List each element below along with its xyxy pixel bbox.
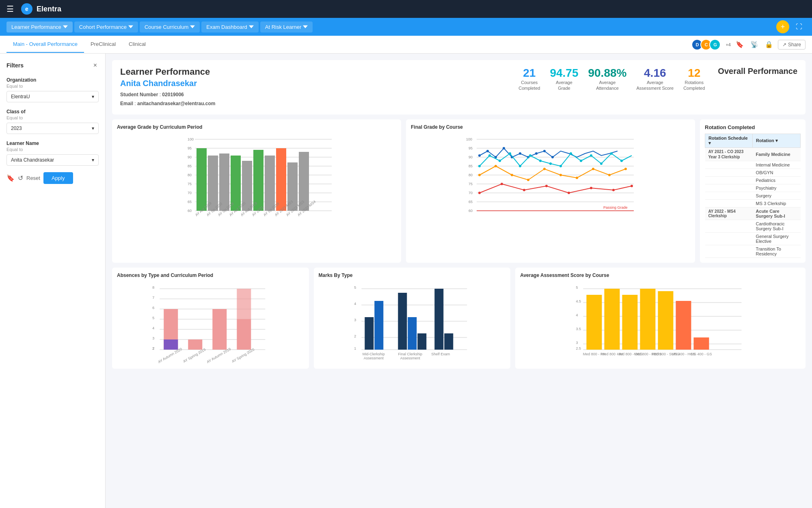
nav-exam-dashboard[interactable]: Exam Dashboard [201, 22, 258, 32]
apply-button[interactable]: Apply [43, 172, 73, 184]
svg-text:90: 90 [188, 155, 192, 159]
svg-point-76 [539, 160, 542, 162]
learner-info: Learner Performance Anita Chandrasekar S… [120, 67, 489, 108]
rotation-col2-header: Rotation ▾ [753, 134, 801, 148]
svg-rect-143 [434, 289, 443, 350]
list-item: MS 3 Clerkship [705, 200, 801, 208]
class-select[interactable]: 2023 ▾ [6, 123, 99, 134]
svg-text:6: 6 [152, 306, 154, 310]
svg-point-81 [590, 154, 592, 157]
tab-main-overall[interactable]: Main - Overall Performance [6, 36, 84, 53]
lock-icon[interactable]: 🔒 [763, 39, 775, 50]
nav-at-risk-label: At Risk Learner [265, 24, 302, 30]
feed-icon[interactable]: 📡 [749, 39, 760, 50]
svg-text:4: 4 [354, 302, 356, 306]
avg-grade-chart: 100 95 90 85 80 75 70 65 60 [117, 133, 396, 223]
nav-learner-performance-label: Learner Performance [11, 24, 61, 30]
close-filters-button[interactable]: × [92, 60, 99, 71]
nav-cohort-performance[interactable]: Cohort Performance [74, 22, 138, 32]
chevron-down-icon-3 [190, 24, 195, 29]
stats-row: 21 CoursesCompleted 94.75 AverageGrade 9… [518, 67, 705, 91]
svg-text:Assessment: Assessment [400, 356, 420, 360]
tabs-bar: Main - Overall Performance PreClinical C… [0, 36, 812, 54]
svg-point-99 [568, 192, 570, 194]
sidebar: Filters × Organization Equal to ElentraU… [0, 54, 106, 508]
learner-performance-title: Learner Performance [120, 67, 489, 77]
expand-button[interactable]: ⛶ [793, 20, 806, 33]
assessment-score-title: Average Assessment Score by Course [520, 272, 801, 278]
learner-meta: Student Number : 02019006 Email : anitac… [120, 91, 489, 108]
main-layout: Filters × Organization Equal to ElentraU… [0, 54, 812, 508]
rotations-value: 12 [683, 67, 705, 80]
nav-course-curriculum[interactable]: Course Curriculum [140, 22, 200, 32]
svg-text:100: 100 [188, 137, 194, 141]
avg-grade-chart-title: Average Grade by Curriculum Period [117, 124, 396, 130]
svg-text:Passing Grade: Passing Grade [603, 205, 628, 210]
svg-point-63 [503, 147, 505, 149]
svg-text:2.5: 2.5 [576, 346, 581, 350]
svg-text:5: 5 [354, 285, 356, 290]
svg-point-89 [543, 168, 546, 170]
rotation-title: Rotation Completed [705, 124, 801, 130]
learner-name-sublabel: Equal to [6, 147, 99, 152]
svg-point-90 [559, 174, 562, 176]
svg-rect-168 [694, 337, 709, 350]
nav-at-risk[interactable]: At Risk Learner [260, 22, 313, 32]
svg-point-65 [519, 152, 521, 155]
svg-rect-140 [398, 293, 407, 350]
nav-learner-performance[interactable]: Learner Performance [6, 22, 73, 32]
list-item: Internal Medicine [705, 161, 801, 169]
reset-button[interactable]: Reset [26, 175, 40, 181]
nav-curriculum-label: Course Curriculum [145, 24, 188, 30]
save-filter-icon[interactable]: 🔖 [6, 174, 15, 182]
share-button[interactable]: ↗ Share [778, 40, 806, 50]
chevron-down-icon-5 [303, 24, 308, 29]
tab-clinical[interactable]: Clinical [122, 36, 152, 53]
avg-grade-value: 94.75 [550, 67, 578, 80]
svg-text:5: 5 [576, 285, 578, 290]
svg-text:85: 85 [188, 164, 192, 168]
rotations-label: RotationsCompleted [683, 80, 705, 91]
add-button[interactable]: + [776, 20, 789, 33]
avg-grade-label: AverageGrade [550, 80, 578, 91]
svg-text:75: 75 [469, 182, 473, 186]
assessment-value: 4.16 [636, 67, 674, 80]
svg-rect-166 [658, 291, 674, 350]
svg-text:Mid-Clerkship: Mid-Clerkship [362, 352, 384, 356]
svg-text:65: 65 [188, 200, 192, 204]
svg-text:7: 7 [152, 296, 154, 300]
svg-text:3: 3 [576, 341, 578, 345]
svg-point-68 [543, 150, 546, 152]
final-grade-chart-card: Final Grade by Course 100 95 90 85 80 75… [406, 119, 695, 263]
tabs-actions: D C G +4 🔖 📡 🔒 ↗ Share [691, 39, 806, 50]
filter-class-of: Class of Equal to 2023 ▾ [6, 109, 99, 134]
rotation-card: Rotation Completed Rotation Schedule ▾ R… [700, 119, 806, 263]
rotation-group-1: AY 2021 - CO 2023 Year 3 Clerkship Famil… [705, 148, 801, 161]
learner-name-select[interactable]: Anita Chandrasekar ▾ [6, 154, 99, 166]
svg-rect-123 [237, 289, 251, 319]
svg-rect-26 [265, 156, 275, 211]
tab-preclinical[interactable]: PreClinical [84, 36, 122, 53]
org-label: Organization [6, 77, 99, 83]
stat-assessment: 4.16 AverageAssessment Score [636, 67, 674, 91]
bookmark-icon[interactable]: 🔖 [734, 39, 745, 50]
svg-point-75 [529, 154, 531, 157]
svg-point-100 [590, 187, 592, 189]
learner-name: Anita Chandrasekar [120, 79, 489, 88]
chevron-down-icon [63, 24, 68, 29]
refresh-filter-icon[interactable]: ↺ [18, 174, 23, 182]
svg-text:95: 95 [188, 146, 192, 150]
svg-point-97 [523, 189, 525, 191]
org-select[interactable]: ElentraU ▾ [6, 91, 99, 102]
absences-chart: 8 7 6 5 4 3 2 2 [117, 281, 304, 363]
select-arrow-icon-2: ▾ [92, 125, 94, 131]
svg-rect-27 [276, 148, 286, 211]
svg-point-87 [511, 174, 513, 176]
svg-text:Assessment: Assessment [363, 356, 384, 360]
attendance-value: 90.88% [588, 67, 626, 80]
rotation-table: Rotation Schedule ▾ Rotation ▾ AY 2021 -… [705, 134, 801, 258]
hamburger-menu[interactable]: ☰ [6, 4, 14, 14]
attendance-label: AverageAttendance [588, 80, 626, 91]
svg-text:80: 80 [188, 173, 192, 177]
svg-point-83 [610, 152, 613, 155]
